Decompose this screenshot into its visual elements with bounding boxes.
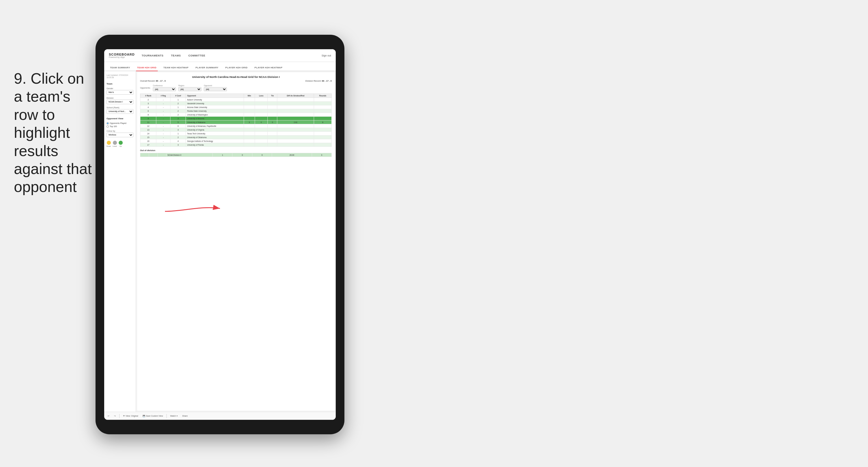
logo-sub: Powered by clippi <box>109 56 134 58</box>
nav-teams[interactable]: TEAMS <box>170 54 182 58</box>
out-div-reg <box>149 153 158 157</box>
cell-conf: 1 <box>170 132 186 136</box>
opponents-label: Opponents: <box>140 87 151 89</box>
cell-diff <box>277 98 314 101</box>
cell-diff <box>277 132 314 136</box>
sidebar: Last Updated: 27/03/2024 16:55:38 Team G… <box>104 71 136 412</box>
sign-out-link[interactable]: Sign out <box>321 54 331 57</box>
toolbar-divider-2 <box>166 414 167 418</box>
cell-rounds <box>314 143 332 147</box>
nav-committee[interactable]: COMMITTEE <box>187 54 207 58</box>
cell-opponent: University of Florida <box>186 143 244 147</box>
cell-diff <box>277 117 314 120</box>
view-original-btn[interactable]: 👁 View: Original <box>122 414 139 417</box>
save-custom-btn[interactable]: 💾 Save Custom View <box>142 414 164 418</box>
tab-player-summary[interactable]: PLAYER SUMMARY <box>194 64 219 71</box>
cell-diff <box>277 106 314 109</box>
table-row[interactable]: 3 - 2 Vanderbilt University <box>141 101 332 106</box>
cell-win <box>244 132 255 136</box>
cell-tie <box>268 128 277 132</box>
cell-conf: 2 <box>170 113 186 117</box>
filter-region-select[interactable]: (All) <box>178 87 202 91</box>
table-row[interactable]: 4 - 1 Arizona State University <box>141 106 332 109</box>
col-diff: Diff Av Strokes/Rnd <box>277 94 314 98</box>
cell-rank: 6 <box>141 109 156 113</box>
table-row[interactable]: 14 - 1 Texas Tech University <box>141 132 332 136</box>
cell-tie <box>268 113 277 117</box>
cell-loss <box>255 117 268 120</box>
sidebar-division-select[interactable]: NCAA Division I <box>106 99 133 104</box>
cell-rank: 13 <box>141 128 156 132</box>
cell-conf: 2 <box>170 109 186 113</box>
out-div-diff: 26.00 <box>272 153 312 157</box>
cell-rounds <box>314 113 332 117</box>
sidebar-school-select[interactable]: University of Nort... <box>106 109 133 114</box>
cell-opponent: Texas Tech University <box>186 132 244 136</box>
col-tie: Tie <box>268 94 277 98</box>
cell-rounds <box>314 106 332 109</box>
table-row[interactable]: 17 - 3 University of Florida <box>141 143 332 147</box>
tab-player-h2h-heatmap[interactable]: PLAYER H2H HEATMAP <box>253 64 284 71</box>
cell-loss <box>255 139 268 143</box>
bottom-toolbar: ↩ ↪ 👁 View: Original 💾 Save Custom View … <box>104 412 336 420</box>
cell-loss: 0 <box>255 120 268 124</box>
cell-rank: 16 <box>141 139 156 143</box>
instruction-text: 9. Click on a team's row to highlight re… <box>14 69 95 196</box>
table-row[interactable]: 11 - 5 University of Alabama 3 0 0 2.61 … <box>141 120 332 124</box>
cell-win: 3 <box>244 120 255 124</box>
sidebar-gender-select[interactable]: Men's <box>106 90 133 95</box>
cell-win <box>244 113 255 117</box>
table-row[interactable]: 13 - 3 University of Virginia <box>141 128 332 132</box>
radio-dot-played <box>106 122 109 124</box>
out-div-loss: 0 <box>232 153 252 157</box>
cell-diff <box>277 136 314 139</box>
cell-tie <box>268 109 277 113</box>
cell-tie <box>268 106 277 109</box>
sidebar-colour-select[interactable]: Win/loss <box>106 133 133 137</box>
sub-nav: TEAM SUMMARY TEAM H2H GRID TEAM H2H HEAT… <box>104 62 336 71</box>
grid-content: University of North Carolina Head-to-Hea… <box>137 72 335 411</box>
table-row[interactable]: 2 - 1 Auburn University <box>141 98 332 101</box>
tab-team-summary[interactable]: TEAM SUMMARY <box>109 64 131 71</box>
share-btn[interactable]: Share <box>181 414 189 417</box>
table-header-row: # Rank # Reg # Conf Opponent Win Loss Ti… <box>141 94 332 98</box>
cell-opponent: Vanderbilt University <box>186 101 244 106</box>
cell-win <box>244 106 255 109</box>
sidebar-team-label: Team <box>106 83 133 85</box>
table-row[interactable]: 12 - 6 University of Arkansas, Fayettevi… <box>141 124 332 128</box>
cell-loss <box>255 124 268 128</box>
cell-conf: 3 <box>170 117 186 120</box>
tab-team-h2h-heatmap[interactable]: TEAM H2H HEATMAP <box>162 64 190 71</box>
cell-loss <box>255 109 268 113</box>
cell-rank: 8 <box>141 113 156 117</box>
filter-opponent-select[interactable]: (All) <box>204 87 227 91</box>
table-row[interactable]: 6 - 2 Florida State University <box>141 109 332 113</box>
undo-btn[interactable]: ↩ <box>106 414 111 418</box>
redo-btn[interactable]: ↪ <box>113 414 117 418</box>
table-row[interactable]: 8 - 2 University of Washington <box>141 113 332 117</box>
cell-reg: - <box>156 113 170 117</box>
cell-win <box>244 124 255 128</box>
table-row[interactable]: 16 - 4 Georgia Institute of Technology <box>141 139 332 143</box>
nav-tournaments[interactable]: TOURNAMENTS <box>141 54 164 58</box>
radio-top-100[interactable]: Top 100 <box>106 125 133 128</box>
cell-tie <box>268 117 277 120</box>
radio-opponents-played[interactable]: Opponents Played <box>106 122 133 124</box>
filter-region-group: Region (All) <box>178 85 202 91</box>
cell-reg: - <box>156 120 170 124</box>
table-row[interactable]: 15 - 2 University of Oklahoma <box>141 136 332 139</box>
cell-reg: - <box>156 124 170 128</box>
tab-team-h2h-grid[interactable]: TEAM H2H GRID <box>136 64 158 71</box>
cell-win <box>244 117 255 120</box>
watch-btn[interactable]: Watch ▾ <box>169 414 179 418</box>
cell-rank: 9 <box>141 117 156 120</box>
tab-player-h2h-grid[interactable]: PLAYER H2H GRID <box>224 64 249 71</box>
sidebar-division-label: Division <box>106 97 133 99</box>
cell-opponent: Florida State University <box>186 109 244 113</box>
table-row[interactable]: 9 - 3 University of Arizona <box>141 117 332 120</box>
filter-conference-select[interactable]: (All) <box>153 87 176 91</box>
out-division-row[interactable]: NCAA Division II 1 0 0 26.00 3 <box>141 153 332 157</box>
cell-rounds <box>314 101 332 106</box>
cell-opponent: University of Arizona <box>186 117 244 120</box>
cell-opponent: University of Virginia <box>186 128 244 132</box>
